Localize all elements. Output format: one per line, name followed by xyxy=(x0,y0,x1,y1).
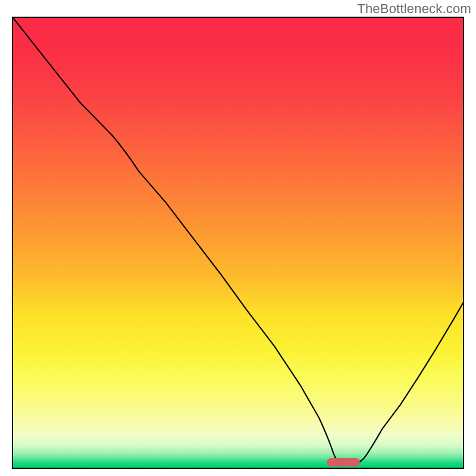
chart-container: TheBottleneck.com xyxy=(0,0,476,476)
optimal-point-marker xyxy=(327,458,360,466)
watermark-text: TheBottleneck.com xyxy=(357,1,471,17)
bottleneck-curve xyxy=(13,18,463,464)
plot-area xyxy=(12,17,464,469)
curve-svg xyxy=(13,18,463,468)
